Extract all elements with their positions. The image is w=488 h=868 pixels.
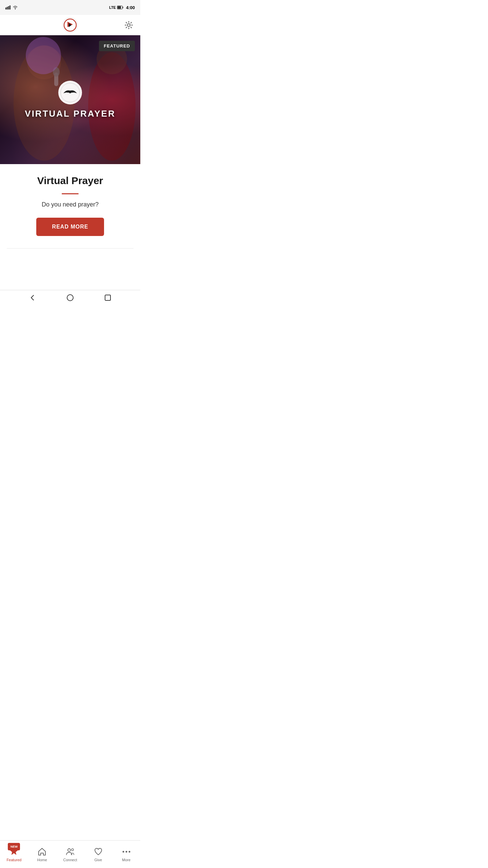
square-icon	[104, 294, 111, 301]
svg-rect-5	[122, 7, 123, 8]
back-button[interactable]	[28, 293, 37, 302]
home-button[interactable]	[65, 293, 75, 302]
content-section: Virtual Prayer Do you need prayer? READ …	[0, 164, 140, 259]
settings-button[interactable]	[123, 19, 135, 31]
status-bar-right: LTE 4:00	[109, 5, 135, 10]
svg-rect-2	[8, 6, 9, 9]
lte-label: LTE	[109, 5, 116, 9]
svg-point-25	[67, 295, 73, 301]
circle-icon	[66, 294, 74, 301]
content-title: Virtual Prayer	[37, 175, 103, 186]
time-display: 4:00	[126, 5, 135, 10]
hero-image[interactable]: VIRTUAL PRAYER FEATURED	[0, 35, 140, 164]
hero-logo	[58, 81, 82, 104]
sim-icon	[5, 5, 11, 9]
app-header	[0, 15, 140, 35]
recent-apps-button[interactable]	[103, 293, 113, 302]
svg-rect-6	[118, 6, 121, 9]
featured-badge: FEATURED	[99, 41, 135, 51]
system-bar	[0, 290, 140, 305]
svg-point-9	[127, 24, 130, 26]
battery-icon	[117, 5, 123, 9]
nav-spacer	[0, 259, 140, 290]
svg-point-18	[69, 91, 72, 93]
status-bar: LTE 4:00	[0, 0, 140, 15]
svg-point-16	[26, 37, 61, 74]
hero-title: VIRTUAL PRAYER	[25, 108, 115, 119]
freedom-church-logo	[60, 82, 80, 103]
status-bar-left	[5, 5, 18, 9]
gear-icon	[124, 21, 133, 29]
section-divider	[7, 248, 134, 249]
content-divider	[62, 193, 79, 194]
svg-rect-3	[9, 5, 11, 9]
read-more-button[interactable]: READ MORE	[36, 218, 104, 236]
svg-rect-1	[7, 7, 8, 9]
content-subtitle: Do you need prayer?	[42, 201, 99, 208]
svg-rect-26	[105, 295, 110, 300]
app-logo[interactable]	[62, 17, 78, 33]
wifi-icon	[13, 5, 18, 9]
svg-rect-0	[5, 7, 6, 9]
back-arrow-icon	[29, 294, 36, 301]
hero-content: VIRTUAL PRAYER	[25, 81, 115, 119]
